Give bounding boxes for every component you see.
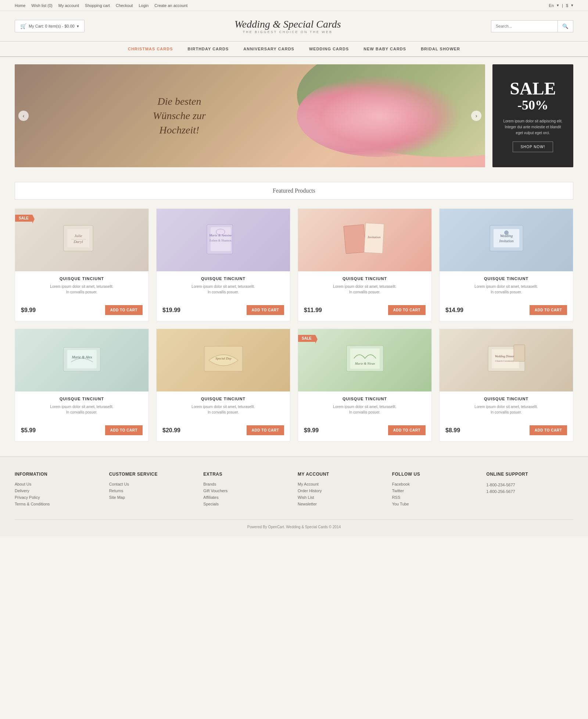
nav-create-account[interactable]: Create an account [154,3,187,8]
product-footer: $20.99 ADD TO CART [157,425,290,441]
product-info: QUISQUE TINCIUNT Lorem ipsum dolor sit a… [440,391,573,425]
product-description: Lorem ipsum dolor sit amet, teturasellt.… [445,284,567,295]
footer-link-order-history[interactable]: Order History [298,489,385,493]
footer-customer-service: CUSTOMER SERVICE Contact Us Returns Site… [109,472,196,508]
footer-link-twitter[interactable]: Twitter [392,489,479,493]
footer-link-rss[interactable]: RSS [392,495,479,500]
product-image: Wedding Invitation [440,209,573,271]
nav-wedding-cards[interactable]: WEDDING CARDS [309,42,349,56]
product-image: Special Day [157,329,290,391]
product-info: QUISQUE TINCIUNT Lorem ipsum dolor sit a… [157,391,290,425]
footer-link-returns[interactable]: Returns [109,489,196,493]
footer-link-youtube[interactable]: You Tube [392,502,479,506]
product-price: $8.99 [445,427,460,434]
copyright-text: Powered By OpenCart. Wedding & Special C… [247,525,341,529]
lang-dropdown-icon[interactable]: ▾ [557,3,559,8]
slider-prev-button[interactable]: ‹ [18,111,29,121]
nav-new-baby-cards[interactable]: NEW BABY CARDS [363,42,406,56]
add-to-cart-button[interactable]: ADD TO CART [530,305,567,315]
hero-slide-text: Die bestenWünsche zurHochzeit! [153,94,206,137]
product-image: Wedding Dinner Church Ceremony [440,329,573,391]
product-name: QUISQUE TINCIUNT [445,276,567,281]
top-right: En ▾ | $ ▾ [549,3,573,8]
nav-login[interactable]: Login [139,3,148,8]
add-to-cart-button[interactable]: ADD TO CART [247,305,284,315]
footer-link-specials[interactable]: Specials [203,502,290,506]
nav-christmas-cards[interactable]: CHRISTMAS CARDS [128,42,173,56]
nav-checkout[interactable]: Checkout [116,3,133,8]
add-to-cart-button[interactable]: ADD TO CART [388,305,426,315]
footer-link-delivery[interactable]: Delivery [15,489,102,493]
footer-link-myaccount[interactable]: My Account [298,482,385,486]
product-card: Wedding Dinner Church Ceremony QUISQUE T… [439,329,573,441]
nav-anniversary-cards[interactable]: ANNIVERSARY CARDS [243,42,294,56]
add-to-cart-button[interactable]: ADD TO CART [105,305,143,315]
product-name: QUISQUE TINCIUNT [21,276,143,281]
add-to-cart-button[interactable]: ADD TO CART [388,425,426,435]
svg-text:Esthen & Shannon: Esthen & Shannon [209,239,232,242]
search-input[interactable] [491,21,557,32]
footer-my-account: MY ACCOUNT My Account Order History Wish… [298,472,385,508]
footer-link-privacy[interactable]: Privacy Policy [15,495,102,500]
product-description: Lorem ipsum dolor sit amet, teturasellt.… [304,404,426,415]
currency-dropdown-icon[interactable]: ▾ [571,3,573,8]
svg-text:Church Ceremony: Church Ceremony [495,360,514,362]
footer: INFORMATION About Us Delivery Privacy Po… [0,456,588,536]
footer-link-wishlist[interactable]: Wish List [298,495,385,500]
svg-rect-1 [67,229,89,247]
nav-bridal-shower[interactable]: BRIDAL SHOWER [421,42,460,56]
product-card: Special Day QUISQUE TINCIUNT Lorem ipsum… [156,329,290,441]
sale-percent: -50% [517,97,548,113]
footer-link-facebook[interactable]: Facebook [392,482,479,486]
footer-follow-us: FOLLOW US Facebook Twitter RSS You Tube [392,472,479,508]
add-to-cart-button[interactable]: ADD TO CART [530,425,567,435]
footer-information: INFORMATION About Us Delivery Privacy Po… [15,472,102,508]
cart-button[interactable]: 🛒 My Cart: 0 item(s) - $0.00 ▾ [15,20,85,32]
nav-birthday-cards[interactable]: BIRTHDAY CARDS [188,42,229,56]
slider-next-button[interactable]: › [471,111,481,121]
product-info: QUISQUE TINCIUNT Lorem ipsum dolor sit a… [298,271,431,305]
currency-selector[interactable]: $ [566,3,568,8]
footer-link-terms[interactable]: Terms & Conditions [15,502,102,506]
shop-now-button[interactable]: SHOP NOW! [513,142,553,152]
top-nav: Home Wish list (0) My account Shopping c… [15,3,187,8]
nav-wishlist[interactable]: Wish list (0) [31,3,52,8]
product-description: Lorem ipsum dolor sit amet, teturasellt.… [21,284,143,295]
footer-link-affiliates[interactable]: Affiliates [203,495,290,500]
svg-text:Wedding Dinner: Wedding Dinner [495,355,514,358]
nav-myaccount[interactable]: My account [58,3,79,8]
product-image-svg: Marie & Antoine Esthen & Shannon [201,222,245,258]
product-image: Invitation [298,209,431,271]
product-image: Marie & Niran [298,329,431,391]
search-button[interactable]: 🔍 [557,21,573,32]
footer-online-support-title: ONLINE SUPPORT [486,472,573,477]
footer-customer-service-title: CUSTOMER SERVICE [109,472,196,477]
product-description: Lorem ipsum dolor sit amet, teturasellt.… [21,404,143,415]
nav-cart[interactable]: Shopping cart [85,3,110,8]
footer-link-newsletter[interactable]: Newsletter [298,502,385,506]
footer-link-sitemap[interactable]: Site Map [109,495,196,500]
footer-link-brands[interactable]: Brands [203,482,290,486]
sale-title: SALE [510,80,556,97]
footer-information-title: INFORMATION [15,472,102,477]
product-price: $19.99 [162,307,180,314]
footer-link-contact[interactable]: Contact Us [109,482,196,486]
svg-text:Invitation: Invitation [367,235,380,239]
nav-home[interactable]: Home [15,3,25,8]
language-selector[interactable]: En [549,3,554,8]
featured-header: Featured Products [15,182,573,200]
add-to-cart-button[interactable]: ADD TO CART [105,425,143,435]
svg-text:Julie: Julie [74,233,82,238]
product-name: QUISQUE TINCIUNT [162,276,284,281]
product-footer: $9.99 ADD TO CART [298,425,431,441]
footer-link-about[interactable]: About Us [15,482,102,486]
product-image: Marie & Alex [15,329,148,391]
logo-title[interactable]: Wedding & Special Cards [234,18,341,30]
product-price: $9.99 [304,427,319,434]
search-icon: 🔍 [562,24,569,29]
svg-rect-10 [343,225,366,254]
logo-subtitle: THE BIGGEST CHOICE ON THE WEB [234,30,341,34]
footer-link-gift-vouchers[interactable]: Gift Vouchers [203,489,290,493]
add-to-cart-button[interactable]: ADD TO CART [247,425,284,435]
header: 🛒 My Cart: 0 item(s) - $0.00 ▾ Wedding &… [0,11,588,42]
